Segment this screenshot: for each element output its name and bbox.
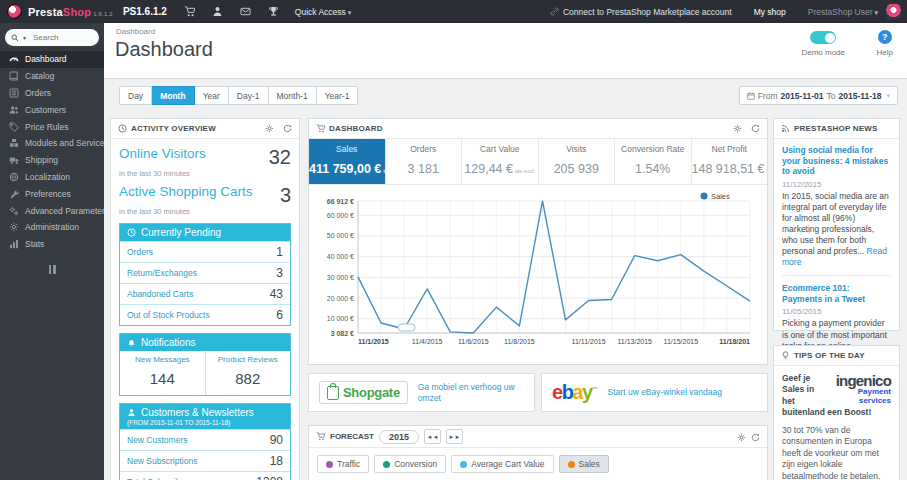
sidebar-item-preferences[interactable]: Preferences [0, 185, 104, 202]
user-avatar[interactable] [886, 4, 901, 19]
filter-day-1-button[interactable]: Day-1 [229, 86, 269, 105]
prestashop-admin-dashboard: PrestaShop1.6.1.2 PS1.6.1.2 Quick Access… [0, 0, 907, 480]
currently-pending-section: Currently Pending Orders1 Return/Exchang… [119, 223, 291, 326]
notification-product-reviews: Product Reviews882 [205, 351, 291, 395]
forecast-year[interactable]: 2015 [379, 430, 419, 444]
filter-year-1-button[interactable]: Year-1 [317, 86, 359, 105]
sidebar-item-localization[interactable]: Localization [0, 169, 104, 186]
bar-chart-icon [9, 239, 19, 249]
online-visitors-value: 32 [269, 146, 291, 169]
refresh-icon[interactable] [283, 124, 292, 133]
kpi-tab-sales[interactable]: Sales411 759,00 €tax excl. [309, 139, 386, 184]
sidebar-item-catalog[interactable]: Catalog [0, 68, 104, 85]
demo-mode-control: Demo mode [801, 31, 845, 57]
mail-icon[interactable] [240, 6, 251, 17]
forecast-next-button[interactable]: ►► [446, 429, 463, 444]
kpi-tab-cart-value[interactable]: Cart Value129,44 €tax excl. [462, 139, 539, 184]
quick-access-menu[interactable]: Quick Access▾ [295, 7, 352, 17]
legend-sales-button[interactable]: Sales [559, 455, 609, 473]
book-icon [9, 71, 19, 81]
date-range-picker[interactable]: From 2015-11-01 To 2015-11-18 ▾ [739, 86, 898, 105]
active-carts-link[interactable]: Active Shopping Carts [119, 184, 253, 199]
shopgate-ad-link[interactable]: Ga mobiel en verhoog uw omzet [418, 382, 524, 402]
legend-conversion-button[interactable]: Conversion [374, 455, 446, 473]
breadcrumb[interactable]: Dashboard [116, 27, 155, 36]
pending-row-orders: Orders1 [120, 241, 290, 262]
help-control: ? Help [877, 30, 893, 57]
gear-icon[interactable] [733, 124, 742, 133]
panel-title: DASHBOARD [329, 124, 383, 133]
article-title-link[interactable]: Ecommerce 101: Payments in a Tweet [782, 283, 891, 304]
sidebar-item-advanced-parameters[interactable]: Advanced Parameters [0, 202, 104, 219]
news-article: Using social media for your business: 4 … [782, 145, 891, 268]
svg-text:11/8/2015: 11/8/2015 [504, 338, 535, 345]
legend-average-cart-value-button[interactable]: Average Cart Value [451, 455, 553, 473]
user-menu[interactable]: PrestaShop User▾ [808, 7, 878, 17]
gears-icon [9, 206, 19, 216]
article-date: 11/05/2015 [782, 307, 891, 316]
svg-text:60 000 €: 60 000 € [327, 212, 354, 219]
help-icon[interactable]: ? [878, 30, 892, 44]
customer-icon[interactable] [212, 6, 223, 17]
customers-row-total-subscribers: Total Subscribers1308 [120, 471, 290, 480]
shopgate-logo[interactable]: Shopgate [319, 381, 408, 404]
gear-icon[interactable] [737, 428, 746, 446]
marketplace-link[interactable]: Connect to PrestaShop Marketplace accoun… [550, 7, 732, 17]
search-input[interactable] [31, 32, 83, 43]
cart-icon[interactable] [184, 6, 195, 17]
chevron-down-icon: ▾ [348, 9, 352, 16]
sidebar-search[interactable]: ▾ [5, 29, 99, 46]
kpi-strip: Sales411 759,00 €tax excl. Orders3 181 C… [309, 139, 767, 185]
filter-year-button[interactable]: Year [195, 86, 229, 105]
ebay-ad-link[interactable]: Start uw eBay-winkel vandaag [608, 387, 722, 397]
active-carts-value: 3 [280, 184, 291, 207]
svg-text:11/13/2015: 11/13/2015 [617, 338, 652, 345]
my-shop-link[interactable]: My shop [754, 7, 786, 17]
trophy-icon[interactable] [268, 6, 279, 17]
sidebar-item-dashboard[interactable]: Dashboard [0, 51, 104, 68]
prestashop-logo[interactable] [7, 4, 22, 19]
kpi-tab-conversion-rate[interactable]: Conversion Rate1.54% [615, 139, 692, 184]
kpi-tab-net-profit[interactable]: Net Profit148 918,51 €tax excl. [692, 139, 768, 184]
sidebar-collapse-button[interactable] [47, 265, 57, 274]
article-title-link[interactable]: Using social media for your business: 4 … [782, 145, 891, 177]
cart-icon [316, 432, 325, 441]
refresh-icon[interactable] [751, 124, 760, 133]
kpi-tab-orders[interactable]: Orders3 181 [386, 139, 463, 184]
sidebar-item-modules[interactable]: Modules and Services [0, 135, 104, 152]
forecast-legend: Traffic Conversion Average Cart Value Sa… [309, 448, 767, 480]
chevron-down-icon: ▾ [23, 34, 26, 41]
ebay-logo[interactable]: ebay™ [552, 381, 598, 404]
sidebar-item-orders[interactable]: Orders [0, 85, 104, 102]
svg-text:11/11/2015: 11/11/2015 [572, 338, 606, 345]
truck-icon [9, 155, 19, 165]
gear-icon[interactable] [265, 124, 274, 133]
pending-row-out-of-stock: Out of Stock Products6 [120, 304, 290, 325]
ingenico-logo[interactable]: ingenico Paymentservices [817, 373, 891, 406]
globe-icon [9, 172, 19, 182]
filter-month-button[interactable]: Month [152, 86, 195, 105]
forecast-panel: FORECAST 2015 ◄◄ ►► Traffic Conversion A… [308, 425, 768, 480]
modules-icon [9, 138, 19, 148]
legend-traffic-button[interactable]: Traffic [317, 455, 369, 473]
help-label: Help [877, 48, 893, 57]
kpi-tab-visits[interactable]: Visits205 939 [539, 139, 616, 184]
sidebar-item-shipping[interactable]: Shipping [0, 152, 104, 169]
svg-text:66 912 €: 66 912 € [327, 198, 354, 205]
panel-title: TIPS OF THE DAY [794, 351, 865, 360]
sidebar-item-administration[interactable]: Administration [0, 219, 104, 236]
date-from-label: From [758, 91, 778, 101]
sidebar-item-price-rules[interactable]: Price Rules [0, 118, 104, 135]
shopgate-ad: Shopgate Ga mobiel en verhoog uw omzet [308, 373, 535, 412]
date-filter-group: Day Month Year Day-1 Month-1 Year-1 [119, 86, 358, 105]
clock-icon [118, 124, 127, 133]
lightbulb-icon [781, 351, 790, 360]
sidebar-item-customers[interactable]: Customers [0, 101, 104, 118]
forecast-prev-button[interactable]: ◄◄ [424, 429, 441, 444]
online-visitors-link[interactable]: Online Visitors [119, 146, 206, 161]
sidebar-item-stats[interactable]: Stats [0, 236, 104, 253]
refresh-icon[interactable] [751, 428, 760, 446]
filter-month-1-button[interactable]: Month-1 [269, 86, 317, 105]
demo-mode-toggle[interactable] [810, 31, 836, 44]
filter-day-button[interactable]: Day [119, 86, 152, 105]
